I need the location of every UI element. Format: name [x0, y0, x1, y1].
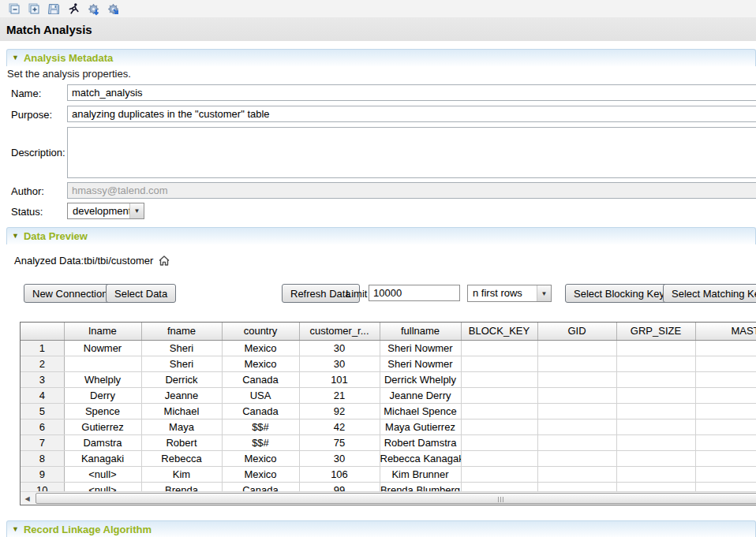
row-number-cell[interactable]: 9 [21, 466, 64, 482]
table-cell[interactable]: Mexico [222, 466, 299, 482]
table-cell[interactable]: 101 [299, 371, 380, 387]
description-input[interactable] [67, 127, 756, 178]
row-number-cell[interactable]: 1 [21, 340, 64, 356]
table-cell[interactable]: 75 [299, 434, 380, 450]
table-cell[interactable] [616, 387, 695, 403]
table-cell[interactable]: Sheri [141, 356, 222, 371]
table-cell[interactable]: Whelply [64, 371, 141, 387]
table-cell[interactable] [616, 340, 695, 356]
table-cell[interactable] [537, 434, 616, 450]
table-cell[interactable] [616, 450, 695, 466]
column-header-customer-r-[interactable]: customer_r... [299, 323, 380, 340]
table-cell[interactable]: Derrick [141, 371, 222, 387]
table-cell[interactable] [461, 450, 537, 466]
table-cell[interactable]: Derry [64, 387, 141, 403]
table-cell[interactable]: 106 [299, 466, 380, 482]
column-header-fname[interactable]: fname [141, 323, 222, 340]
table-cell[interactable]: Kanagaki [64, 450, 141, 466]
row-number-cell[interactable]: 7 [21, 434, 64, 450]
table-cell[interactable]: Kim [141, 466, 222, 482]
table-cell[interactable]: Robert Damstra [380, 434, 461, 450]
row-number-cell[interactable]: 8 [21, 450, 64, 466]
table-cell[interactable]: Spence [64, 403, 141, 419]
table-cell[interactable]: 42 [299, 419, 380, 434]
table-cell[interactable]: Gutierrez [64, 419, 141, 434]
column-header-fullname[interactable]: fullname [380, 323, 461, 340]
table-cell[interactable]: Sheri [141, 340, 222, 356]
table-cell[interactable]: Robert [141, 434, 222, 450]
table-cell[interactable] [537, 340, 616, 356]
table-cell[interactable]: Sheri Nowmer [380, 340, 461, 356]
column-header-lname[interactable]: lname [64, 323, 141, 340]
table-cell[interactable]: Mexico [222, 356, 299, 371]
status-dropdown[interactable]: development ▼ [67, 203, 144, 219]
table-cell[interactable] [537, 450, 616, 466]
select-data-button[interactable]: Select Data [106, 284, 176, 303]
row-number-cell[interactable]: 6 [21, 419, 64, 434]
table-cell[interactable]: Damstra [64, 434, 141, 450]
table-cell[interactable] [461, 371, 537, 387]
table-cell[interactable]: $$# [222, 434, 299, 450]
save-icon[interactable] [47, 2, 61, 16]
table-cell[interactable] [695, 419, 756, 434]
table-cell[interactable] [616, 356, 695, 371]
table-cell[interactable]: Maya Gutierrez [380, 419, 461, 434]
table-cell[interactable]: Rebecca Kanagaki [380, 450, 461, 466]
table-cell[interactable]: 21 [299, 387, 380, 403]
table-cell[interactable] [461, 403, 537, 419]
table-cell[interactable]: 30 [299, 340, 380, 356]
data-preview-header[interactable]: ▼ Data Preview [6, 227, 756, 244]
table-cell[interactable]: 30 [299, 356, 380, 371]
table-cell[interactable] [695, 403, 756, 419]
expand-all-icon[interactable] [28, 2, 41, 16]
export-match-rule-icon[interactable] [107, 2, 120, 16]
select-matching-key-button[interactable]: Select Matching Key [663, 284, 756, 303]
table-cell[interactable]: Nowmer [64, 340, 141, 356]
table-cell[interactable]: Mexico [222, 450, 299, 466]
collapse-all-icon[interactable] [8, 2, 21, 16]
table-cell[interactable] [616, 466, 695, 482]
table-cell[interactable] [461, 466, 537, 482]
table-cell[interactable] [537, 466, 616, 482]
table-cell[interactable]: USA [222, 387, 299, 403]
table-cell[interactable] [616, 434, 695, 450]
rows-mode-dropdown[interactable]: n first rows ▼ [467, 285, 552, 302]
table-cell[interactable]: Canada [222, 403, 299, 419]
table-cell[interactable]: Jeanne Derry [380, 387, 461, 403]
purpose-input[interactable] [67, 106, 756, 122]
table-cell[interactable]: Derrick Whelply [380, 371, 461, 387]
column-header-rownum[interactable] [21, 323, 64, 340]
table-cell[interactable] [461, 419, 537, 434]
table-cell[interactable] [695, 371, 756, 387]
analysis-metadata-header[interactable]: ▼ Analysis Metadata [6, 49, 756, 66]
record-linkage-header[interactable]: ▼ Record Linkage Algorithm [6, 520, 756, 537]
table-cell[interactable] [695, 356, 756, 371]
scrollbar-thumb[interactable] [36, 493, 756, 504]
table-cell[interactable] [537, 371, 616, 387]
table-cell[interactable]: <null> [64, 466, 141, 482]
table-cell[interactable]: Sheri Nowmer [380, 356, 461, 371]
table-cell[interactable] [461, 340, 537, 356]
table-cell[interactable]: 92 [299, 403, 380, 419]
table-cell[interactable] [537, 419, 616, 434]
row-number-cell[interactable]: 4 [21, 387, 64, 403]
table-cell[interactable]: Jeanne [141, 387, 222, 403]
table-cell[interactable]: Kim Brunner [380, 466, 461, 482]
table-cell[interactable] [695, 340, 756, 356]
table-cell[interactable] [537, 387, 616, 403]
table-cell[interactable]: Canada [222, 371, 299, 387]
column-header-country[interactable]: country [222, 323, 299, 340]
column-header-grp-size[interactable]: GRP_SIZE [616, 323, 695, 340]
table-cell[interactable] [537, 403, 616, 419]
new-connection-button[interactable]: New Connection [24, 284, 116, 303]
table-cell[interactable] [695, 466, 756, 482]
row-number-cell[interactable]: 2 [21, 356, 64, 371]
table-cell[interactable]: 30 [299, 450, 380, 466]
table-cell[interactable]: Michael Spence [380, 403, 461, 419]
scroll-left-arrow-icon[interactable]: ◀ [21, 492, 34, 505]
limit-input[interactable] [369, 285, 460, 301]
table-cell[interactable] [461, 434, 537, 450]
table-cell[interactable] [64, 356, 141, 371]
table-cell[interactable] [461, 387, 537, 403]
table-cell[interactable]: Michael [141, 403, 222, 419]
